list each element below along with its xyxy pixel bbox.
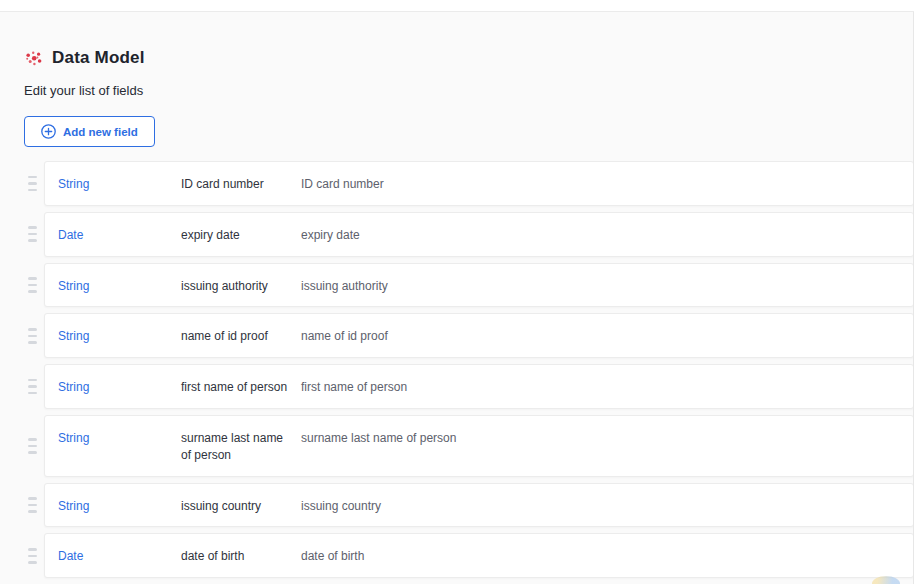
drag-handle-icon[interactable] (24, 415, 44, 477)
field-row[interactable]: Date date of birth date of birth (0, 533, 914, 578)
field-row[interactable]: String name of id proof name of id proof (0, 313, 914, 358)
field-description: name of id proof (301, 328, 897, 345)
field-type-link[interactable]: String (58, 176, 181, 193)
drag-handle-icon[interactable] (24, 161, 44, 206)
field-name: surname last name of person (181, 430, 301, 464)
drag-handle-icon[interactable] (24, 533, 44, 578)
field-row[interactable]: Date expiry date expiry date (0, 212, 914, 257)
field-name: ID card number (181, 176, 301, 193)
field-type-link[interactable]: Date (58, 227, 181, 244)
add-new-field-label: Add new field (63, 126, 138, 138)
page-subtitle: Edit your list of fields (24, 83, 914, 98)
field-description: issuing country (301, 498, 897, 515)
drag-handle-icon[interactable] (24, 313, 44, 358)
field-type-link[interactable]: String (58, 498, 181, 515)
page-title: Data Model (52, 48, 145, 68)
field-type-link[interactable]: String (58, 328, 181, 345)
field-description: surname last name of person (301, 430, 897, 447)
field-card: String name of id proof name of id proof (44, 313, 914, 358)
field-name: issuing country (181, 498, 301, 515)
plus-circle-icon (41, 124, 56, 139)
chat-widget-peek[interactable] (872, 576, 900, 584)
page-header: Data Model (24, 48, 914, 68)
field-card: Date expiry date expiry date (44, 212, 914, 257)
top-bar (0, 0, 914, 12)
field-row[interactable]: String ID card number ID card number (0, 161, 914, 206)
drag-handle-icon[interactable] (24, 483, 44, 528)
field-row[interactable]: String first name of person first name o… (0, 364, 914, 409)
field-name: first name of person (181, 379, 301, 396)
field-card: String ID card number ID card number (44, 161, 914, 206)
field-type-link[interactable]: String (58, 379, 181, 396)
field-card: String surname last name of person surna… (44, 415, 914, 477)
field-card: String issuing country issuing country (44, 483, 914, 528)
field-card: String issuing authority issuing authori… (44, 263, 914, 308)
field-description: expiry date (301, 227, 897, 244)
data-model-page: Data Model Edit your list of fields Add … (0, 12, 914, 584)
field-list: String ID card number ID card number Dat… (0, 161, 914, 578)
field-name: expiry date (181, 227, 301, 244)
field-row[interactable]: String issuing country issuing country (0, 483, 914, 528)
field-description: issuing authority (301, 278, 897, 295)
field-card: Date date of birth date of birth (44, 533, 914, 578)
field-name: date of birth (181, 548, 301, 565)
drag-handle-icon[interactable] (24, 212, 44, 257)
field-row[interactable]: String surname last name of person surna… (0, 415, 914, 477)
field-type-link[interactable]: String (58, 430, 181, 447)
field-type-link[interactable]: String (58, 278, 181, 295)
data-model-dots-icon (24, 49, 43, 68)
field-type-link[interactable]: Date (58, 548, 181, 565)
field-name: name of id proof (181, 328, 301, 345)
field-name: issuing authority (181, 278, 301, 295)
field-description: date of birth (301, 548, 897, 565)
field-description: ID card number (301, 176, 897, 193)
field-row[interactable]: String issuing authority issuing authori… (0, 263, 914, 308)
field-card: String first name of person first name o… (44, 364, 914, 409)
field-description: first name of person (301, 379, 897, 396)
drag-handle-icon[interactable] (24, 364, 44, 409)
drag-handle-icon[interactable] (24, 263, 44, 308)
add-new-field-button[interactable]: Add new field (24, 116, 155, 147)
